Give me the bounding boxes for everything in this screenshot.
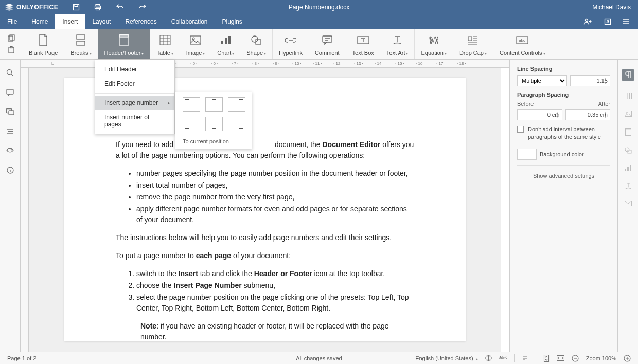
advanced-settings-link[interactable]: Show advanced settings [517, 173, 610, 179]
line-spacing-mode[interactable]: Multiple [517, 75, 567, 86]
table-settings-icon[interactable] [625, 93, 632, 99]
redo-icon[interactable] [138, 4, 147, 11]
print-icon[interactable] [94, 4, 101, 11]
spellcheck-globe-icon[interactable] [485, 355, 492, 361]
ribbon-table[interactable]: Table▾ [150, 29, 180, 59]
text-art-settings-icon[interactable] [625, 183, 632, 189]
preset-top-center[interactable] [205, 97, 223, 112]
tab-insert[interactable]: Insert [55, 14, 85, 29]
svg-rect-39 [625, 169, 626, 171]
paragraph-settings-panel: Line Spacing Multiple 1.15▲▼ Paragraph S… [509, 60, 617, 352]
app-name: ONLYOFFICE [16, 4, 58, 11]
user-name[interactable]: Michael Davis [592, 4, 638, 11]
preset-top-left[interactable] [183, 97, 200, 112]
chat-icon[interactable] [6, 108, 14, 116]
undo-icon[interactable] [116, 4, 124, 11]
menu-insert-number-of-pages[interactable]: Insert number of pages [95, 110, 174, 132]
preset-bottom-right[interactable] [228, 117, 245, 131]
menu-edit-header[interactable]: Edit Header [95, 62, 174, 77]
menu-insert-page-number[interactable]: Insert page number▸ [95, 96, 174, 110]
background-color-swatch[interactable] [517, 149, 537, 160]
open-location-icon[interactable] [604, 18, 611, 25]
language-selector[interactable]: English (United States) ▴ [415, 355, 478, 361]
svg-rect-19 [225, 38, 227, 44]
chart-settings-icon[interactable] [625, 165, 631, 171]
preset-bottom-left[interactable] [183, 117, 200, 131]
shape-settings-icon[interactable] [625, 147, 632, 154]
mail-merge-icon[interactable] [625, 201, 632, 206]
ribbon-image[interactable]: Image▾ [180, 29, 211, 59]
right-sidebar [617, 60, 638, 352]
svg-rect-20 [228, 36, 231, 44]
paste-icon[interactable] [8, 46, 15, 53]
spacing-after-input[interactable]: 0.35 cm▲▼ [565, 109, 611, 120]
navigation-icon[interactable] [6, 128, 14, 135]
ribbon-header-footer[interactable]: Header/Footer▾ [98, 29, 151, 59]
page-count[interactable]: Page 1 of 2 [7, 355, 36, 361]
no-interval-label: Don't add interval between paragraphs of… [528, 125, 610, 141]
svg-point-21 [252, 36, 258, 42]
horizontal-ruler[interactable]: L · 1 · · 2 · · 3 · · 4 · · 5 · · 6 · · … [21, 60, 509, 68]
tab-file[interactable]: File [0, 14, 24, 29]
line-spacing-label: Line Spacing [517, 66, 610, 72]
vertical-ruler[interactable] [21, 68, 29, 352]
add-user-icon[interactable] [583, 18, 593, 25]
save-icon[interactable] [73, 4, 80, 11]
menu-bar: File Home Insert Layout References Colla… [0, 14, 638, 29]
tab-plugins[interactable]: Plugins [215, 14, 250, 29]
svg-rect-0 [74, 5, 79, 10]
background-color-label: Background color [540, 151, 584, 157]
tab-collaboration[interactable]: Collaboration [164, 14, 215, 29]
svg-rect-14 [120, 34, 128, 37]
tab-references[interactable]: References [118, 14, 164, 29]
menu-edit-footer[interactable]: Edit Footer [95, 77, 174, 91]
zoom-in-icon[interactable] [624, 355, 631, 362]
hamburger-icon[interactable] [623, 19, 630, 25]
no-interval-checkbox[interactable] [517, 126, 524, 133]
spellcheck-icon[interactable]: ab✓ [499, 355, 507, 361]
line-spacing-value[interactable]: 1.15▲▼ [570, 75, 610, 86]
ribbon-blank-page[interactable]: Blank Page [23, 29, 64, 59]
doc-text: document, the [275, 140, 323, 149]
image-settings-icon[interactable] [625, 111, 632, 117]
ribbon-comment[interactable]: Comment [309, 29, 346, 59]
header-footer-menu: Edit Header Edit Footer Insert page numb… [95, 60, 175, 134]
ribbon-chart[interactable]: Chart▾ [211, 29, 240, 59]
svg-rect-23 [323, 36, 332, 42]
ribbon-content-controls[interactable]: abc Content Controls▾ [493, 29, 552, 59]
fit-width-icon[interactable] [557, 355, 564, 361]
before-label: Before [517, 101, 534, 107]
about-icon[interactable] [7, 167, 14, 174]
list-item: remove the page number from the very fir… [136, 192, 414, 203]
preset-bottom-center[interactable] [205, 117, 223, 131]
onlyoffice-icon [5, 4, 13, 11]
zoom-level[interactable]: Zoom 100% [586, 355, 616, 361]
ribbon-drop-cap[interactable]: Drop Cap▾ [453, 29, 493, 59]
svg-rect-18 [221, 41, 223, 44]
spacing-before-input[interactable]: 0 cm▲▼ [517, 109, 562, 120]
left-sidebar [0, 60, 21, 352]
svg-point-5 [586, 19, 588, 22]
copy-icon[interactable] [8, 34, 15, 42]
track-changes-icon[interactable] [522, 355, 528, 361]
comments-icon[interactable] [6, 89, 14, 96]
fit-page-icon[interactable] [543, 355, 550, 362]
ribbon-hyperlink[interactable]: Hyperlink [273, 29, 309, 59]
feedback-icon[interactable] [6, 147, 14, 154]
search-icon[interactable] [6, 69, 14, 77]
header-footer-settings-icon[interactable] [625, 128, 631, 136]
ribbon-shape[interactable]: Shape▾ [240, 29, 273, 59]
tab-layout[interactable]: Layout [85, 14, 118, 29]
ribbon-text-box[interactable]: Text Box [346, 29, 380, 59]
zoom-out-icon[interactable] [572, 355, 579, 362]
to-current-position[interactable]: To current position [183, 138, 244, 144]
svg-rect-12 [77, 41, 85, 45]
preset-top-right[interactable] [228, 97, 245, 112]
ribbon-breaks[interactable]: Breaks▾ [64, 29, 98, 59]
svg-rect-1 [75, 5, 78, 7]
tab-home[interactable]: Home [24, 14, 55, 29]
ribbon-equation[interactable]: √x Equation▾ [415, 29, 453, 59]
paragraph-icon[interactable] [622, 69, 634, 81]
ribbon-text-art[interactable]: Text Art▾ [380, 29, 415, 59]
document-title: Page Numbering.docx [289, 4, 350, 11]
